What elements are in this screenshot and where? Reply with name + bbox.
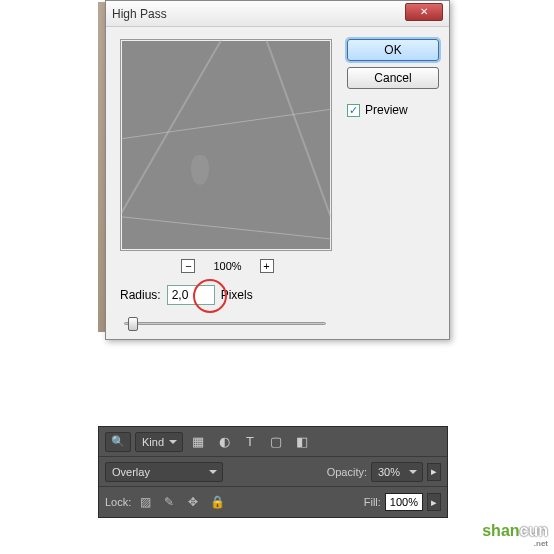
lock-all-icon[interactable]: 🔒: [207, 493, 227, 511]
filter-shape-icon[interactable]: ▢: [265, 432, 287, 452]
layers-panel: 🔍 Kind ▦ ◐ T ▢ ◧ Overlay Opacity: 30% ▸ …: [98, 426, 448, 518]
chevron-right-icon: ▸: [431, 496, 437, 509]
zoom-in-button[interactable]: +: [260, 259, 274, 273]
lock-label: Lock:: [105, 496, 131, 508]
zoom-out-button[interactable]: −: [181, 259, 195, 273]
chevron-right-icon: ▸: [431, 465, 437, 478]
filter-kind-dropdown[interactable]: Kind: [135, 432, 183, 452]
fill-label: Fill:: [364, 496, 381, 508]
radius-input[interactable]: [167, 285, 215, 305]
opacity-label: Opacity:: [327, 466, 367, 478]
lock-transparency-icon[interactable]: ▨: [135, 493, 155, 511]
high-pass-dialog: High Pass ✕ − 100% + Radius: Pixels: [105, 0, 450, 340]
radius-slider[interactable]: [120, 315, 330, 331]
close-button[interactable]: ✕: [405, 3, 443, 21]
filter-smartobject-icon[interactable]: ◧: [291, 432, 313, 452]
opacity-dropdown[interactable]: 30%: [371, 462, 423, 482]
close-icon: ✕: [420, 6, 428, 17]
preview-label: Preview: [365, 103, 408, 117]
radius-label: Radius:: [120, 288, 161, 302]
check-icon: ✓: [349, 105, 358, 116]
slider-thumb[interactable]: [128, 317, 138, 331]
cancel-button[interactable]: Cancel: [347, 67, 439, 89]
ok-button[interactable]: OK: [347, 39, 439, 61]
lock-row: Lock: ▨ ✎ ✥ 🔒 Fill: 100% ▸: [99, 487, 447, 517]
minus-icon: −: [185, 261, 191, 272]
filter-preview[interactable]: [120, 39, 332, 251]
filter-adjustment-icon[interactable]: ◐: [213, 432, 235, 452]
filter-row: 🔍 Kind ▦ ◐ T ▢ ◧: [99, 427, 447, 457]
fill-value[interactable]: 100%: [385, 493, 423, 511]
plus-icon: +: [263, 261, 269, 272]
radius-unit: Pixels: [221, 288, 253, 302]
preview-checkbox[interactable]: ✓: [347, 104, 360, 117]
opacity-scrubber[interactable]: ▸: [427, 463, 441, 481]
dialog-titlebar[interactable]: High Pass ✕: [106, 1, 449, 27]
lock-position-icon[interactable]: ✥: [183, 493, 203, 511]
filter-pixel-icon[interactable]: ▦: [187, 432, 209, 452]
dialog-title: High Pass: [112, 7, 405, 21]
blend-row: Overlay Opacity: 30% ▸: [99, 457, 447, 487]
zoom-percent: 100%: [213, 260, 241, 272]
filter-search[interactable]: 🔍: [105, 432, 131, 452]
blend-mode-dropdown[interactable]: Overlay: [105, 462, 223, 482]
fill-scrubber[interactable]: ▸: [427, 493, 441, 511]
search-icon: 🔍: [111, 435, 125, 448]
filter-type-icon[interactable]: T: [239, 432, 261, 452]
watermark: shancun .net: [482, 522, 548, 548]
lock-pixels-icon[interactable]: ✎: [159, 493, 179, 511]
